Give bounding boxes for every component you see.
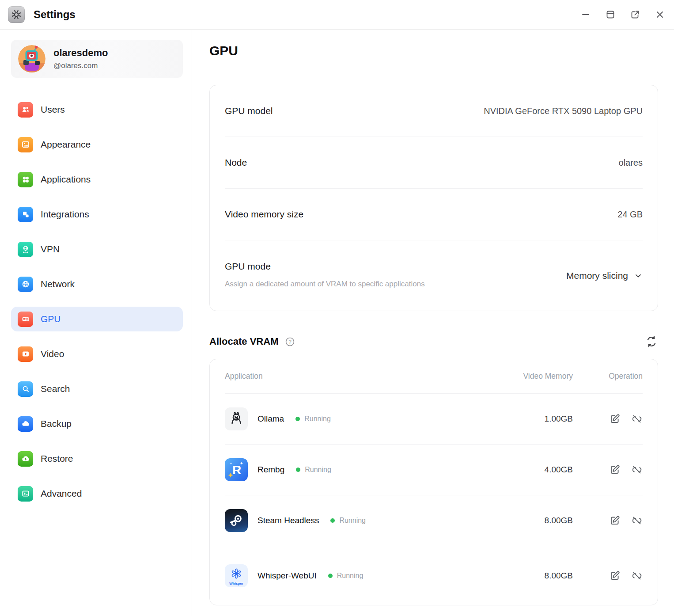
window-controls — [580, 9, 665, 20]
vpn-icon — [18, 242, 33, 257]
refresh-icon[interactable] — [645, 335, 658, 348]
status-label: Running — [305, 466, 331, 474]
ollama-icon — [225, 407, 248, 430]
table-row: Steam Headless Running 8.00GB — [225, 495, 643, 546]
sidebar-item-video[interactable]: Video — [11, 342, 183, 366]
sidebar-item-label: GPU — [41, 314, 61, 324]
svg-text:R: R — [232, 463, 241, 477]
info-row: GPU mode Assign a dedicated amount of VR… — [225, 240, 643, 311]
info-description: Assign a dedicated amount of VRAM to spe… — [225, 278, 425, 291]
info-value: 24 GB — [617, 209, 643, 220]
edit-icon[interactable] — [609, 464, 621, 475]
video-memory-value: 4.00GB — [507, 465, 573, 475]
app-cell: Ollama Running — [225, 407, 507, 430]
sidebar-item-label: Search — [41, 384, 70, 394]
app-name: Rembg — [257, 465, 284, 475]
whisper-icon: Whisper — [225, 564, 248, 587]
column-application: Application — [225, 372, 507, 381]
running-dot-icon — [295, 417, 300, 421]
sidebar: olaresdemo @olares.com Users Appearance … — [0, 30, 192, 616]
help-icon[interactable]: ? — [284, 336, 295, 347]
unbind-icon[interactable] — [631, 464, 643, 475]
settings-app-icon — [8, 6, 25, 23]
unbind-icon[interactable] — [631, 413, 643, 425]
sidebar-item-integrations[interactable]: Integrations — [11, 202, 183, 227]
info-label: Node — [225, 157, 247, 168]
sidebar-item-advanced[interactable]: Advanced — [11, 481, 183, 506]
status-label: Running — [304, 415, 331, 423]
sidebar-item-restore[interactable]: Restore — [11, 446, 183, 471]
open-external-button[interactable] — [630, 9, 640, 20]
info-row-label-group: GPU mode Assign a dedicated amount of VR… — [225, 261, 425, 291]
edit-icon[interactable] — [609, 570, 621, 582]
sidebar-menu: Users Appearance Applications Integratio… — [11, 97, 183, 516]
operation-cell — [573, 570, 643, 582]
unbind-icon[interactable] — [631, 515, 643, 526]
video-memory-value: 8.00GB — [507, 571, 573, 581]
sidebar-item-search[interactable]: Search — [11, 376, 183, 401]
chevron-down-icon — [634, 271, 643, 280]
edit-icon[interactable] — [609, 515, 621, 526]
sidebar-item-users[interactable]: Users — [11, 97, 183, 122]
search-icon — [18, 381, 33, 397]
info-row: GPU modelNVIDIA GeForce RTX 5090 Laptop … — [225, 85, 643, 137]
running-dot-icon — [296, 468, 300, 472]
info-label: GPU model — [225, 106, 273, 116]
column-video-memory: Video Memory — [507, 372, 573, 381]
running-dot-icon — [330, 518, 335, 523]
sidebar-item-vpn[interactable]: VPN — [11, 237, 183, 262]
sidebar-item-label: Applications — [41, 174, 91, 185]
integrations-icon — [18, 207, 33, 222]
svg-text:?: ? — [289, 338, 292, 345]
status-label: Running — [339, 517, 366, 525]
video-icon — [18, 346, 33, 362]
table-row: R Rembg Running 4.00GB — [225, 445, 643, 495]
sidebar-item-appearance[interactable]: Appearance — [11, 132, 183, 157]
sidebar-item-label: Integrations — [41, 209, 89, 220]
close-button[interactable] — [655, 9, 665, 20]
sidebar-item-label: Video — [41, 349, 64, 359]
backup-icon — [18, 416, 33, 432]
status-badge: Running — [330, 517, 366, 525]
app-cell: R Rembg Running — [225, 458, 507, 481]
table-row: Whisper Whisper-WebUI Running 8.00GB — [225, 546, 643, 605]
titlebar: Settings — [0, 0, 674, 30]
profile-card[interactable]: olaresdemo @olares.com — [11, 40, 183, 78]
sidebar-item-label: Restore — [41, 453, 73, 464]
maximize-button[interactable] — [605, 9, 616, 20]
sidebar-item-label: Users — [41, 104, 65, 115]
allocate-vram-table: Application Video Memory Operation Ollam… — [209, 359, 658, 605]
sidebar-item-network[interactable]: Network — [11, 272, 183, 297]
sidebar-item-label: Appearance — [41, 139, 91, 150]
app-name: Ollama — [257, 414, 284, 424]
operation-cell — [573, 464, 643, 475]
info-row: Nodeolares — [225, 137, 643, 189]
table-row: Ollama Running 1.00GB — [225, 394, 643, 445]
status-badge: Running — [296, 466, 331, 474]
applications-icon — [18, 172, 33, 187]
sidebar-item-backup[interactable]: Backup — [11, 411, 183, 436]
operation-cell — [573, 413, 643, 425]
edit-icon[interactable] — [609, 413, 621, 425]
gear-icon — [11, 9, 22, 20]
status-badge: Running — [328, 572, 364, 580]
operation-cell — [573, 515, 643, 526]
allocate-vram-header: Allocate VRAM ? — [209, 334, 658, 350]
gpu-mode-dropdown[interactable]: Memory slicing — [566, 270, 643, 281]
allocate-vram-title: Allocate VRAM — [209, 336, 278, 347]
status-label: Running — [337, 572, 364, 580]
unbind-icon[interactable] — [631, 570, 643, 582]
window-title: Settings — [34, 8, 76, 21]
profile-text: olaresdemo @olares.com — [53, 47, 108, 70]
users-icon — [18, 102, 33, 118]
profile-username: olaresdemo — [53, 47, 108, 59]
sidebar-item-gpu[interactable]: GPU — [11, 307, 183, 331]
sidebar-item-applications[interactable]: Applications — [11, 167, 183, 192]
table-header: Application Video Memory Operation — [225, 359, 643, 394]
steam-icon — [225, 509, 248, 532]
appearance-icon — [18, 137, 33, 152]
video-memory-value: 1.00GB — [507, 414, 573, 424]
minimize-button[interactable] — [580, 9, 591, 20]
dropdown-value: Memory slicing — [566, 270, 628, 281]
settings-window: Settings — [0, 0, 674, 616]
